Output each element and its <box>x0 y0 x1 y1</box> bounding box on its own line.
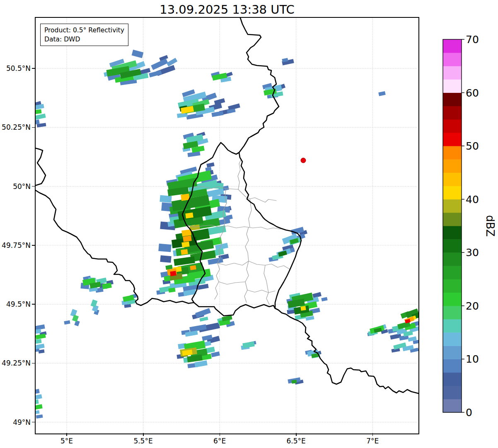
x-tick-label: 5°E <box>60 437 73 445</box>
radar-cell <box>36 400 39 404</box>
radar-cell <box>160 195 172 203</box>
colorbar <box>442 39 467 413</box>
radar-cell <box>36 404 43 409</box>
colorbar-segment <box>443 332 462 346</box>
radar-cell <box>132 50 144 58</box>
map-canvas <box>36 18 418 433</box>
colorbar-segment <box>443 39 462 53</box>
regional-border <box>218 261 290 269</box>
colorbar-tick-label: 10 <box>466 353 479 365</box>
colorbar-segment <box>443 66 462 80</box>
national-border <box>239 18 279 153</box>
radar-map-page: 13.09.2025 13:38 UTC Product: 0.5° Refle… <box>0 0 498 448</box>
radar-cell <box>183 235 192 242</box>
y-tick-label: 49.5°N <box>0 300 31 308</box>
radar-station-marker <box>301 158 306 163</box>
y-tick-label: 50.5°N <box>0 64 31 73</box>
regional-border <box>219 282 245 284</box>
radar-cell <box>194 360 208 367</box>
regional-border <box>249 199 251 227</box>
radar-cell <box>242 341 255 349</box>
regional-border <box>264 265 269 305</box>
y-tick-label: 49.25°N <box>0 359 31 367</box>
radar-cell <box>181 249 188 255</box>
colorbar-segment <box>443 213 462 226</box>
page-title: 13.09.2025 13:38 UTC <box>36 2 418 17</box>
colorbar-segment <box>443 159 462 173</box>
colorbar-segment <box>443 93 462 107</box>
radar-cell <box>36 389 40 394</box>
y-tick-mark <box>32 304 35 305</box>
colorbar-segment <box>443 359 462 373</box>
radar-cell <box>64 320 70 324</box>
y-tick-label: 50.25°N <box>0 123 31 131</box>
product-label: Product: 0.5° Reflectivity <box>44 26 124 35</box>
radar-cell <box>292 380 297 384</box>
regional-border <box>244 227 249 303</box>
radar-cell <box>167 58 178 66</box>
radar-cell <box>36 394 42 400</box>
data-source-label: Data: DWD <box>44 35 124 44</box>
x-tick-label: 6.5°E <box>287 437 306 445</box>
radar-cell <box>199 317 208 322</box>
radar-cell <box>181 242 189 247</box>
y-tick-mark <box>32 363 35 364</box>
x-tick-mark <box>66 433 67 436</box>
y-tick-mark <box>32 68 35 69</box>
x-tick-mark <box>143 433 144 436</box>
colorbar-segment <box>443 306 462 320</box>
y-tick-label: 49°N <box>0 418 31 426</box>
radar-cell <box>149 70 162 77</box>
colorbar-tick-label: 60 <box>466 87 479 99</box>
radar-cell <box>36 410 39 414</box>
radar-cell <box>36 334 46 339</box>
colorbar-segment <box>443 252 462 266</box>
radar-cell <box>185 213 193 218</box>
radar-cell <box>36 109 42 114</box>
colorbar-axis-label: dBZ <box>484 215 496 237</box>
colorbar-segment <box>443 226 462 240</box>
y-tick-mark <box>32 127 35 128</box>
colorbar-segment <box>443 386 462 400</box>
radar-cell <box>378 91 386 96</box>
colorbar-segment <box>443 346 462 359</box>
colorbar-segment <box>443 279 462 293</box>
radar-cell <box>321 297 327 302</box>
colorbar-tick-label: 70 <box>466 34 479 46</box>
radar-cell <box>160 255 171 263</box>
x-tick-mark <box>220 433 220 436</box>
colorbar-segment <box>443 266 462 279</box>
colorbar-segment <box>443 172 462 186</box>
x-tick-label: 5.5°E <box>133 437 152 445</box>
colorbar-tick-label: 30 <box>466 247 479 259</box>
radar-cell <box>197 284 208 290</box>
x-tick-mark <box>296 433 297 436</box>
colorbar-segment <box>443 373 462 386</box>
y-tick-mark <box>32 186 35 187</box>
colorbar-segment <box>443 399 462 413</box>
radar-cell <box>36 414 43 419</box>
radar-cell <box>170 271 176 276</box>
colorbar-tick-label: 20 <box>466 300 479 312</box>
radar-cell <box>206 162 214 168</box>
national-border <box>36 148 46 186</box>
colorbar-segment <box>443 133 462 146</box>
radar-cell <box>36 344 45 349</box>
colorbar-tick-label: 50 <box>466 140 479 152</box>
y-tick-mark <box>32 422 35 423</box>
regional-border <box>247 290 275 293</box>
colorbar-segment <box>443 239 462 253</box>
y-tick-mark <box>32 245 35 246</box>
colorbar-segment <box>443 119 462 133</box>
x-tick-label: 6°E <box>213 437 226 445</box>
x-tick-label: 7°E <box>366 437 379 445</box>
regional-border <box>238 160 241 189</box>
y-tick-label: 50°N <box>0 182 31 191</box>
colorbar-segment <box>443 79 462 93</box>
colorbar-segment <box>443 106 462 120</box>
y-tick-label: 49.75°N <box>0 241 31 249</box>
product-annotation-box: Product: 0.5° Reflectivity Data: DWD <box>40 24 128 46</box>
colorbar-segment <box>443 319 462 333</box>
radar-cell <box>187 355 203 363</box>
radar-cell <box>158 244 171 252</box>
